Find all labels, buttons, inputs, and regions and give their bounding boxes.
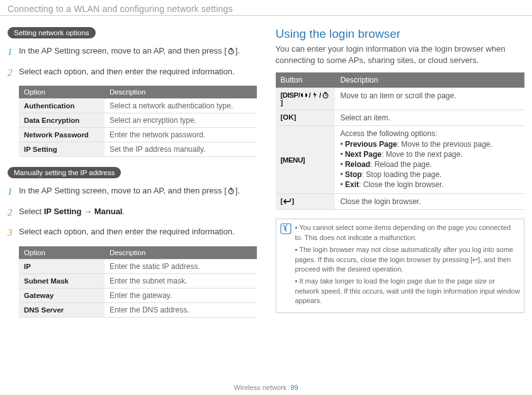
button-table: Button Description [DISP///] Move to an … (276, 72, 525, 210)
note-item: It may take longer to load the login pag… (295, 277, 521, 306)
step-1b: 1 In the AP Setting screen, move to an A… (8, 185, 257, 199)
table-row: IPEnter the static IP address. (19, 259, 257, 273)
step-text: Select each option, and then enter the r… (19, 66, 235, 80)
macro-icon (300, 91, 308, 99)
table-row: [OK] Select an item. (276, 110, 525, 126)
table-header: Button (276, 72, 336, 88)
footer-label: Wireless network (234, 384, 286, 391)
note-item: You cannot select some items depending o… (295, 223, 521, 243)
step-2b: 2 Select IP Setting → Manual. (8, 205, 257, 220)
flash-icon (310, 91, 319, 99)
table-row: AuthenticationSelect a network authentic… (19, 99, 257, 113)
note-list: You cannot select some items depending o… (295, 223, 521, 308)
table-row: [] Close the login browser. (276, 194, 525, 210)
step-text: Select IP Setting → Manual. (19, 205, 125, 220)
table-row: DNS ServerEnter the DNS address. (19, 302, 257, 317)
pill-manually-setting-ip: Manually setting the IP address (8, 167, 121, 178)
table-row: GatewayEnter the gateway. (19, 288, 257, 302)
button-cell: [OK] (276, 110, 336, 126)
back-icon (283, 197, 291, 205)
svg-line-7 (325, 95, 327, 96)
note-item: The login browser may not close automati… (295, 245, 521, 274)
svg-point-0 (229, 49, 234, 54)
svg-point-3 (229, 189, 234, 194)
table-header: Option (19, 246, 105, 260)
step-1: 1 In the AP Setting screen, move to an A… (8, 45, 257, 59)
table-header: Description (335, 72, 524, 88)
options-table-2: Option Description IPEnter the static IP… (19, 246, 257, 318)
table-row: IP SettingSet the IP address manually. (19, 142, 257, 157)
page-header: Connecting to a WLAN and configuring net… (0, 0, 532, 16)
options-table-1: Option Description AuthenticationSelect … (19, 86, 257, 157)
button-cell: [] (276, 194, 336, 210)
table-row: Data EncryptionSelect an encryption type… (19, 113, 257, 128)
table-header: Option (19, 86, 105, 99)
step-2: 2 Select each option, and then enter the… (8, 66, 257, 80)
timer-icon (321, 91, 330, 99)
svg-line-1 (231, 50, 232, 52)
desc-cell: Move to an item or scroll the page. (335, 88, 524, 110)
table-row: [DISP///] Move to an item or scroll the … (276, 88, 525, 110)
section-intro: You can enter your login information via… (276, 43, 525, 66)
step-number: 2 (8, 66, 19, 80)
table-row: [MENU] Access the following options: Pre… (276, 126, 525, 194)
timer-icon (227, 47, 235, 55)
table-header: Description (105, 246, 257, 260)
button-cell: [MENU] (276, 126, 336, 194)
step-3b: 3 Select each option, and then enter the… (8, 226, 257, 240)
table-row: Subnet MaskEnter the subnet mask. (19, 273, 257, 288)
svg-point-6 (323, 93, 328, 98)
step-number: 1 (8, 45, 19, 59)
right-column: Using the login browser You can enter yo… (276, 27, 525, 328)
step-number: 3 (8, 226, 19, 240)
note-icon (280, 223, 293, 308)
table-row: Network PasswordEnter the network passwo… (19, 128, 257, 142)
page-footer: Wireless network 99 (0, 384, 532, 391)
note-box: You cannot select some items depending o… (276, 219, 525, 312)
step-number: 1 (8, 185, 19, 199)
left-column: Setting network options 1 In the AP Sett… (8, 27, 257, 328)
page-number: 99 (290, 384, 298, 391)
section-title: Using the login browser (276, 27, 525, 41)
button-cell: [DISP///] (276, 88, 336, 110)
step-text: In the AP Setting screen, move to an AP,… (19, 185, 240, 199)
timer-icon (227, 187, 235, 195)
step-text: Select each option, and then enter the r… (19, 226, 235, 240)
desc-cell: Close the login browser. (335, 194, 524, 210)
desc-cell: Select an item. (335, 110, 524, 126)
table-header: Description (105, 86, 257, 99)
desc-cell: Access the following options: Previous P… (335, 126, 524, 194)
pill-setting-network-options: Setting network options (8, 27, 96, 38)
step-text: In the AP Setting screen, move to an AP,… (19, 45, 240, 59)
step-number: 2 (8, 205, 19, 220)
svg-line-4 (231, 190, 232, 192)
